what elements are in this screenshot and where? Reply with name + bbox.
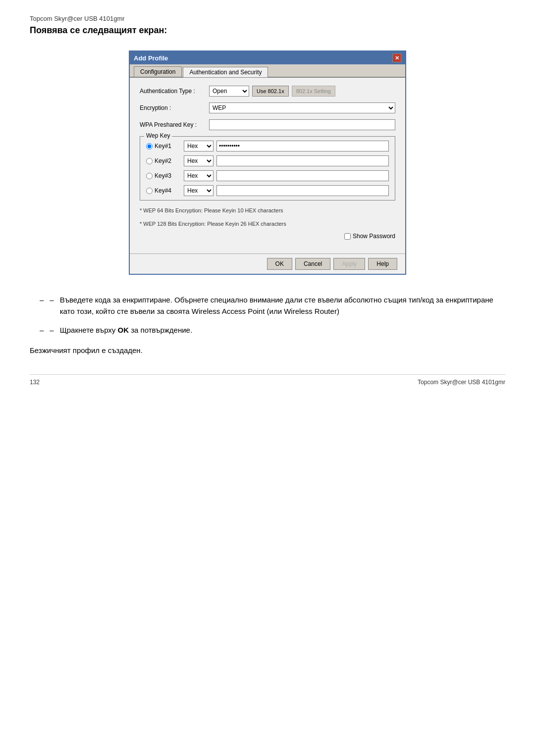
page-footer: 132 Topcom Skyr@cer USB 4101gmr <box>30 374 505 386</box>
encryption-row: Encryption : WEP None TKIP AES <box>140 102 395 113</box>
body-section: – Въведете кода за енкриптиране. Обърнет… <box>30 295 505 336</box>
wpa-row: WPA Preshared Key : <box>140 119 395 130</box>
auth-type-label: Authentication Type : <box>140 88 209 95</box>
encryption-select[interactable]: WEP None TKIP AES <box>209 102 395 113</box>
hint1: * WEP 64 Bits Encryption: Please Keyin 1… <box>140 206 395 215</box>
bullet-text-1: Въведете кода за енкриптиране. Обърнете … <box>60 295 505 317</box>
bullet-dash-1: – <box>50 295 54 317</box>
encryption-label: Encryption : <box>140 104 209 111</box>
key1-row: Key#1 Hex ASCII <box>146 141 389 151</box>
show-password-row: Show Password <box>140 233 395 240</box>
key3-label: Key#3 <box>155 172 171 179</box>
show-password-label[interactable]: Show Password <box>353 233 395 240</box>
auth-type-row: Authentication Type : Open Shared WPA-PS… <box>140 86 395 97</box>
bullet-item-2: – Щракнете върху OK за потвърждение. <box>40 325 505 336</box>
key4-input[interactable] <box>216 185 389 196</box>
key2-input[interactable] <box>216 155 389 166</box>
page-number: 132 <box>30 379 40 386</box>
dialog-body: Authentication Type : Open Shared WPA-PS… <box>130 78 405 253</box>
apply-button[interactable]: Apply <box>333 258 365 270</box>
help-button[interactable]: Help <box>368 258 397 270</box>
key3-input[interactable] <box>216 170 389 181</box>
key1-radio-label[interactable]: Key#1 <box>146 143 181 150</box>
wep-key-group: Wep Key Key#1 Hex ASCII Key#2 <box>140 136 395 201</box>
key2-radio-label[interactable]: Key#2 <box>146 157 181 164</box>
key4-radio-label[interactable]: Key#4 <box>146 187 181 194</box>
use-802x-button[interactable]: Use 802.1x <box>252 86 289 97</box>
ok-button[interactable]: OK <box>267 258 292 270</box>
key2-row: Key#2 Hex ASCII <box>146 155 389 166</box>
cancel-button[interactable]: Cancel <box>295 258 330 270</box>
dialog-title: Add Profile <box>134 54 168 62</box>
dialog-titlebar: Add Profile ✕ <box>130 51 405 64</box>
dialog-footer: OK Cancel Apply Help <box>130 253 405 274</box>
key1-format-select[interactable]: Hex ASCII <box>184 141 214 151</box>
802x-setting-button[interactable]: 802.1x Setting <box>292 86 335 97</box>
key2-format-select[interactable]: Hex ASCII <box>184 155 214 166</box>
key4-radio[interactable] <box>146 188 153 194</box>
footer-product: Topcom Skyr@cer USB 4101gmr <box>418 379 505 386</box>
wpa-label: WPA Preshared Key : <box>140 121 209 128</box>
key4-label: Key#4 <box>155 187 171 194</box>
page-subtitle: Появява се следващият екран: <box>30 25 505 36</box>
key2-radio[interactable] <box>146 158 153 164</box>
product-header: Topcom Skyr@cer USB 4101gmr <box>30 15 505 22</box>
key3-format-select[interactable]: Hex ASCII <box>184 170 214 181</box>
wpa-controls <box>209 119 395 130</box>
key1-label: Key#1 <box>155 143 171 150</box>
close-button[interactable]: ✕ <box>392 53 401 62</box>
key3-radio[interactable] <box>146 173 153 179</box>
dialog-tabs: Configuration Authentication and Securit… <box>130 64 405 78</box>
auth-type-select[interactable]: Open Shared WPA-PSK WPA <box>209 86 249 97</box>
key2-label: Key#2 <box>155 157 171 164</box>
tab-configuration[interactable]: Configuration <box>134 66 182 77</box>
key3-radio-label[interactable]: Key#3 <box>146 172 181 179</box>
wep-key-legend: Wep Key <box>144 132 172 139</box>
key4-format-select[interactable]: Hex ASCII <box>184 185 214 196</box>
bullet-dash-2: – <box>50 325 54 336</box>
tab-auth-security[interactable]: Authentication and Security <box>183 67 268 77</box>
key3-row: Key#3 Hex ASCII <box>146 170 389 181</box>
dialog-window: Add Profile ✕ Configuration Authenticati… <box>129 50 406 275</box>
key1-input[interactable] <box>216 141 389 151</box>
bullet-list: – Въведете кода за енкриптиране. Обърнет… <box>40 295 505 336</box>
bullet-text-2: Щракнете върху OK за потвърждение. <box>60 325 192 336</box>
bullet-item-1: – Въведете кода за енкриптиране. Обърнет… <box>40 295 505 317</box>
key4-row: Key#4 Hex ASCII <box>146 185 389 196</box>
key1-radio[interactable] <box>146 143 153 150</box>
conclusion-text: Безжичният профил е създаден. <box>30 346 505 354</box>
auth-type-controls: Open Shared WPA-PSK WPA Use 802.1x 802.1… <box>209 86 395 97</box>
encryption-controls: WEP None TKIP AES <box>209 102 395 113</box>
wpa-input[interactable] <box>209 119 395 130</box>
hint2: * WEP 128 Bits Encryption: Please Keyin … <box>140 220 395 228</box>
show-password-checkbox[interactable] <box>344 233 351 240</box>
